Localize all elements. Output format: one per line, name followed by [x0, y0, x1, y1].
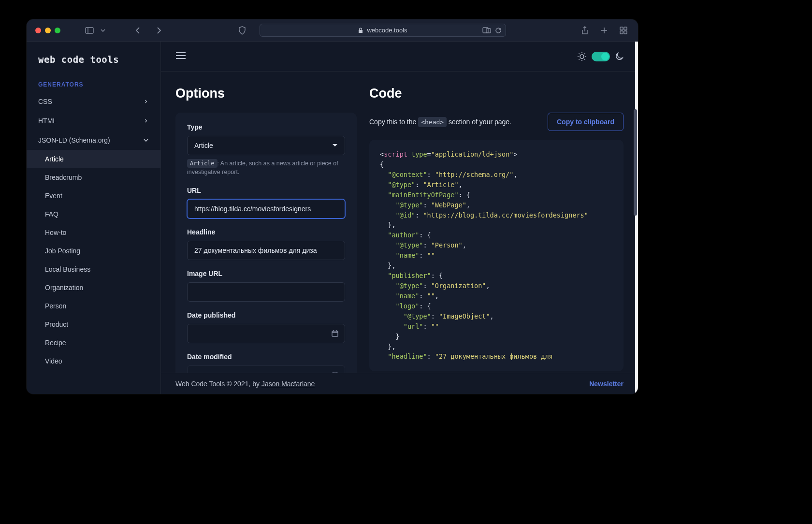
theme-controls [577, 52, 624, 61]
sidebar-subitem-event[interactable]: Event [27, 187, 160, 205]
type-help: Article: An article, such as a news arti… [187, 159, 345, 177]
chevron-right-icon [143, 99, 149, 104]
sidebar: web code tools GENERATORS CSS HTML JSON-… [27, 42, 161, 394]
sidebar-subitem-recipe[interactable]: Recipe [27, 334, 160, 352]
share-icon[interactable] [579, 25, 591, 36]
svg-rect-0 [86, 28, 93, 33]
sidebar-subitem-product[interactable]: Product [27, 315, 160, 334]
reader-icon[interactable] [482, 27, 491, 33]
field-type: Type Article Article: An article, such a… [187, 123, 345, 177]
sidebar-item-jsonld[interactable]: JSON-LD (Schema.org) [27, 131, 160, 150]
safari-toolbar: webcode.tools [27, 19, 638, 42]
headline-label: Headline [187, 228, 345, 236]
safari-window: webcode.tools web code tools GENERATORS [27, 19, 638, 394]
new-tab-icon[interactable] [598, 25, 610, 36]
url-bar[interactable]: webcode.tools [260, 24, 506, 37]
date-published-input[interactable] [187, 324, 345, 343]
content: Options Type Article Article: An article… [161, 72, 638, 373]
sidebar-subitem-video[interactable]: Video [27, 352, 160, 370]
main: Options Type Article Article: An article… [161, 42, 638, 394]
sidebar-subitem-jobposting[interactable]: Job Posting [27, 242, 160, 260]
date-published-label: Date published [187, 311, 345, 319]
moon-icon [615, 52, 624, 61]
field-date-published: Date published [187, 311, 345, 343]
tabs-overview-icon[interactable] [618, 25, 629, 36]
sidebar-item-label: JSON-LD (Schema.org) [38, 136, 110, 144]
maximize-window-button[interactable] [55, 28, 60, 33]
options-panel: Type Article Article: An article, such a… [175, 113, 357, 373]
logo[interactable]: web code tools [27, 42, 160, 70]
svg-rect-5 [624, 27, 627, 30]
headline-input[interactable] [187, 241, 345, 260]
field-image-url: Image URL [187, 270, 345, 302]
svg-rect-9 [332, 331, 338, 336]
sidebar-subitem-howto[interactable]: How-to [27, 223, 160, 242]
app: web code tools GENERATORS CSS HTML JSON-… [27, 42, 638, 394]
image-url-input-field[interactable] [194, 288, 338, 296]
type-help-code: Article [187, 159, 218, 168]
options-heading: Options [175, 86, 357, 101]
theme-toggle[interactable] [592, 52, 610, 61]
sidebar-subitem-organization[interactable]: Organization [27, 278, 160, 297]
field-date-modified: Date modified [187, 353, 345, 373]
chevron-right-icon [143, 118, 149, 124]
sidebar-item-css[interactable]: CSS [27, 92, 160, 111]
code-column: Code Copy this to the <head> section of … [357, 72, 638, 373]
sun-icon [577, 52, 587, 61]
svg-rect-7 [624, 31, 627, 34]
lock-icon [358, 28, 363, 33]
date-modified-label: Date modified [187, 353, 345, 361]
back-button[interactable] [132, 25, 144, 36]
headline-input-field[interactable] [194, 247, 338, 254]
close-window-button[interactable] [35, 28, 41, 33]
calendar-icon [331, 330, 339, 337]
svg-rect-4 [620, 27, 623, 30]
traffic-lights [35, 28, 60, 33]
minimize-window-button[interactable] [45, 28, 51, 33]
chevron-down-icon[interactable] [97, 25, 109, 36]
date-modified-input[interactable] [187, 365, 345, 373]
sidebar-toggle-icon[interactable] [84, 25, 95, 36]
url-input-field[interactable] [194, 205, 338, 213]
sidebar-subitem-faq[interactable]: FAQ [27, 205, 160, 223]
footer-credits: Web Code Tools © 2021, by Jason Macfarla… [175, 380, 315, 388]
date-modified-input-field[interactable] [194, 371, 338, 373]
forward-button[interactable] [153, 25, 165, 36]
hamburger-icon[interactable] [175, 52, 186, 61]
scrollbar[interactable] [634, 109, 637, 216]
reload-icon[interactable] [495, 27, 502, 34]
image-url-input[interactable] [187, 282, 345, 302]
shield-icon[interactable] [236, 25, 248, 36]
sidebar-item-label: CSS [38, 98, 52, 105]
sidebar-subitem-article[interactable]: Article [27, 150, 160, 168]
code-output[interactable]: <script type="application/ld+json"> { "@… [369, 140, 624, 371]
url-label: URL [187, 187, 345, 194]
field-headline: Headline [187, 228, 345, 260]
type-value: Article [194, 142, 213, 149]
url-text: webcode.tools [367, 27, 407, 34]
svg-rect-6 [620, 31, 623, 34]
sidebar-subitem-localbusiness[interactable]: Local Business [27, 260, 160, 278]
image-url-label: Image URL [187, 270, 345, 277]
sidebar-item-label: HTML [38, 117, 57, 125]
sidebar-section-title: GENERATORS [27, 70, 160, 92]
code-heading: Code [369, 86, 624, 101]
newsletter-link[interactable]: Newsletter [589, 380, 624, 388]
options-column: Options Type Article Article: An article… [161, 72, 357, 373]
topbar [161, 42, 638, 72]
chevron-down-icon [143, 137, 149, 143]
footer: Web Code Tools © 2021, by Jason Macfarla… [161, 373, 638, 394]
sidebar-subitem-breadcrumb[interactable]: Breadcrumb [27, 168, 160, 187]
chevron-down-icon [332, 144, 338, 147]
svg-point-8 [580, 55, 584, 58]
date-published-input-field[interactable] [194, 330, 338, 337]
sidebar-item-html[interactable]: HTML [27, 111, 160, 131]
type-label: Type [187, 123, 345, 131]
type-select[interactable]: Article [187, 136, 345, 155]
url-input[interactable] [187, 199, 345, 218]
footer-author-link[interactable]: Jason Macfarlane [261, 380, 315, 388]
copy-instruction: Copy this to the <head> section of your … [369, 118, 511, 126]
copy-clipboard-button[interactable]: Copy to clipboard [548, 113, 624, 131]
calendar-icon [331, 371, 339, 373]
sidebar-subitem-person[interactable]: Person [27, 297, 160, 315]
